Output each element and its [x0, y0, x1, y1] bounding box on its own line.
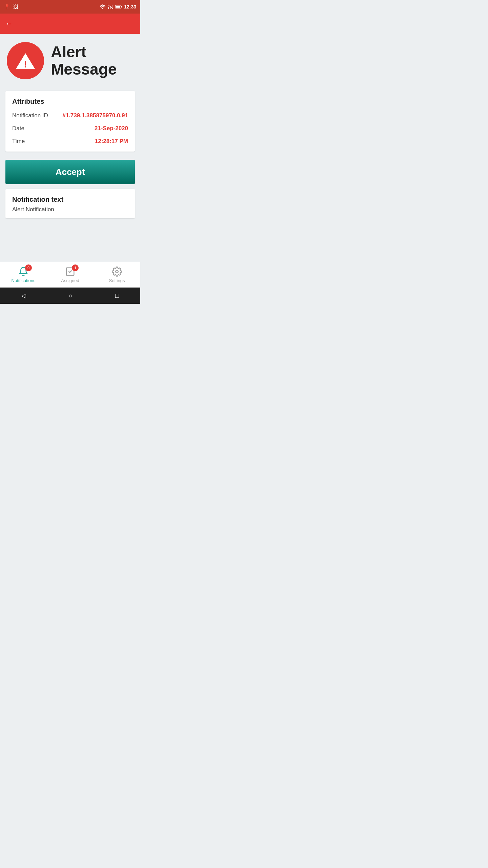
nav-icon-notifications-wrapper: 9 [18, 267, 28, 277]
time-value: 12:28:17 PM [95, 138, 128, 145]
location-pin-icon: 📍 [4, 4, 10, 9]
status-bar-left: 📍 🖼 [4, 4, 18, 9]
alert-triangle-icon: ! [15, 52, 36, 70]
photo-gallery-icon: 🖼 [13, 4, 18, 9]
header-title: AlertMessage [51, 43, 117, 78]
date-row: Date 21-Sep-2020 [12, 125, 128, 132]
svg-point-11 [116, 270, 118, 273]
nav-item-assigned[interactable]: 1 Assigned [47, 267, 94, 283]
notification-id-row: Notification ID #1.739.1.385875970.0.91 [12, 112, 128, 119]
svg-point-0 [102, 8, 103, 9]
system-nav: ◁ ○ □ [0, 288, 140, 304]
back-button[interactable]: ← [5, 19, 13, 28]
nav-icon-settings-wrapper [112, 267, 122, 277]
svg-rect-6 [121, 6, 122, 7]
bottom-nav: 9 Notifications 1 Assigned Settings [0, 262, 140, 288]
status-bar-right: 12:33 [100, 4, 136, 9]
notification-text-title: Notification text [12, 196, 128, 203]
date-label: Date [12, 125, 24, 132]
date-value: 21-Sep-2020 [95, 125, 128, 132]
header-section: ! AlertMessage [0, 34, 140, 87]
status-bar: 📍 🖼 12:33 [0, 0, 140, 14]
accept-button[interactable]: Accept [5, 160, 135, 184]
wifi-icon [100, 4, 106, 9]
nav-item-settings[interactable]: Settings [94, 267, 140, 283]
nav-icon-assigned-wrapper: 1 [65, 267, 75, 277]
time-label: Time [12, 138, 25, 145]
attributes-title: Attributes [12, 98, 128, 105]
notification-id-value: #1.739.1.385875970.0.91 [62, 112, 128, 119]
status-time: 12:33 [124, 4, 136, 9]
attributes-card: Attributes Notification ID #1.739.1.3858… [5, 91, 135, 152]
alert-icon-circle: ! [7, 42, 44, 79]
sys-back-button[interactable]: ◁ [21, 292, 26, 299]
notification-id-label: Notification ID [12, 112, 48, 119]
settings-icon [112, 267, 122, 277]
signal-blocked-icon [108, 4, 113, 9]
sys-recent-button[interactable]: □ [115, 292, 119, 299]
notification-text-card: Notification text Alert Notification [5, 189, 135, 218]
assigned-badge: 1 [72, 264, 79, 271]
notifications-badge: 9 [25, 264, 32, 271]
settings-label: Settings [109, 278, 125, 283]
battery-icon [115, 5, 122, 9]
assigned-label: Assigned [61, 278, 79, 283]
nav-item-notifications[interactable]: 9 Notifications [0, 267, 47, 283]
notification-text-content: Alert Notification [12, 206, 128, 213]
time-row: Time 12:28:17 PM [12, 138, 128, 145]
svg-text:!: ! [24, 59, 27, 70]
app-bar: ← [0, 14, 140, 34]
notifications-label: Notifications [12, 278, 36, 283]
svg-rect-1 [108, 7, 109, 9]
svg-rect-7 [116, 6, 120, 8]
sys-home-button[interactable]: ○ [69, 292, 73, 299]
